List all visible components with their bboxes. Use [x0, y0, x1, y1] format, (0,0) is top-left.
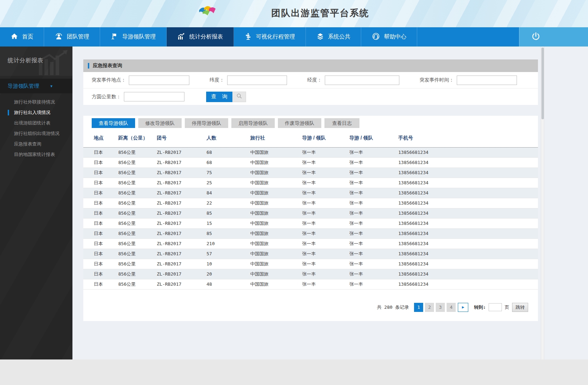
table-cell: 日本 — [83, 279, 118, 289]
table-cell: 张一丰 — [349, 208, 398, 218]
nav-item-label: 团队管理 — [67, 33, 89, 41]
table-cell: ZL-RB2017 — [157, 259, 206, 269]
table-cell: 57 — [206, 249, 250, 259]
sidebar-item-outbound-stats[interactable]: 出境游组团统计表 — [0, 118, 72, 128]
nav-item-system[interactable]: 系统公共 — [306, 27, 361, 47]
latitude-input[interactable] — [227, 76, 287, 85]
search-icon-button[interactable] — [232, 92, 246, 102]
signpost-icon — [244, 33, 252, 42]
table-cell: 13856681234 — [398, 208, 538, 218]
incident-location-label: 突发事件地点： — [92, 77, 126, 83]
table-row: 日本856公里ZL-RB2017210中国国旅张一丰张一丰13856681234 — [83, 238, 538, 249]
table-cell: 68 — [206, 147, 250, 157]
sidebar-item-outreach[interactable]: 旅行社外联接待情况 — [0, 97, 72, 107]
sidebar-item-entry-exit[interactable]: 旅行社出入境情况 — [0, 107, 72, 118]
incident-time-input[interactable] — [457, 76, 517, 85]
next-page-button[interactable]: ▶ — [458, 303, 468, 312]
table-cell: ZL-RB2017 — [157, 279, 206, 289]
headset-icon — [372, 32, 380, 42]
table-cell: 中国国旅 — [250, 178, 302, 188]
table-cell: 68 — [206, 157, 250, 167]
table-cell: 856公里 — [118, 198, 157, 208]
table-cell: ZL-RB2017 — [157, 188, 206, 198]
app-title: 团队出游监管平台系统 — [271, 7, 369, 19]
tab-void-guides[interactable]: 作废导游领队 — [278, 118, 321, 128]
next-arrow-icon: ▶ — [462, 305, 464, 309]
nav-item-team[interactable]: 团队管理 — [44, 27, 100, 47]
table-cell: 日本 — [83, 147, 118, 157]
table-cell: ZL-RB2017 — [157, 269, 206, 279]
sidebar-item-emergency-report[interactable]: 应急报表查询 — [0, 139, 72, 149]
table-cell: 日本 — [83, 269, 118, 279]
page-button-2[interactable]: 2 — [425, 303, 434, 312]
table-cell: 张一丰 — [302, 279, 349, 289]
table-cell: 中国国旅 — [250, 249, 302, 259]
table-cell: 张一丰 — [349, 218, 398, 228]
sidebar-item-destination-stats[interactable]: 目的地国家统计报表 — [0, 149, 72, 160]
nav-spacer — [417, 27, 519, 47]
table-cell: 13856681234 — [398, 228, 538, 238]
logout-power-button[interactable] — [519, 27, 588, 47]
caret-down-icon: ▼ — [50, 84, 53, 88]
layers-icon — [316, 33, 324, 42]
table-cell: 15 — [206, 218, 250, 228]
sidebar-section-guide-mgmt[interactable]: 导游领队管理 ▼ — [0, 79, 72, 93]
incident-location-input[interactable] — [129, 76, 189, 85]
nav-item-guide[interactable]: 导游领队管理 — [100, 27, 167, 47]
table-cell: 张一丰 — [349, 249, 398, 259]
table-cell: 13856681234 — [398, 188, 538, 198]
table-cell: 中国国旅 — [250, 167, 302, 178]
panel-title: 应急报表查询 — [93, 63, 122, 69]
tab-view-logs[interactable]: 查看日志 — [324, 118, 359, 128]
table-cell: 中国国旅 — [250, 259, 302, 269]
search-button[interactable]: 查 询 — [206, 92, 232, 102]
nav-item-label: 导游领队管理 — [122, 33, 156, 41]
table-cell: 日本 — [83, 228, 118, 238]
column-header: 团号 — [157, 129, 206, 147]
nav-item-visual[interactable]: 可视化行程管理 — [234, 27, 306, 47]
table-cell: 13856681234 — [398, 238, 538, 249]
total-records-text: 共 280 条记录 — [377, 304, 409, 311]
form-row-2: 方圆公里数： 查 询 — [83, 88, 538, 105]
table-cell: 13856681234 — [398, 218, 538, 228]
sidebar-item-agency-outbound[interactable]: 旅行社组织出境游情况 — [0, 128, 72, 139]
nav-item-help[interactable]: 帮助中心 — [361, 27, 417, 47]
main-area: 应急报表查询 突发事件地点： 纬度： 经度： 突发事件时间： 方圆公里数： 查 … — [72, 47, 588, 359]
radius-km-input[interactable] — [124, 92, 184, 101]
table-cell: ZL-RB2017 — [157, 167, 206, 178]
page-button-1[interactable]: 1 — [414, 303, 423, 312]
table-cell: 张一丰 — [349, 198, 398, 208]
page-buttons: 1234 — [412, 303, 456, 312]
table-cell: ZL-RB2017 — [157, 218, 206, 228]
page-button-3[interactable]: 3 — [436, 303, 445, 312]
tab-edit-guides[interactable]: 修改导游领队 — [138, 118, 182, 128]
table-row: 日本856公里ZL-RB201715中国国旅张一丰张一丰13856681234 — [83, 218, 538, 228]
column-header: 导游 / 领队 — [349, 129, 398, 147]
jump-button[interactable]: 跳转 — [512, 303, 528, 312]
table-cell: 20 — [206, 269, 250, 279]
tab-view-guides[interactable]: 查看导游领队 — [92, 118, 135, 128]
table-cell: 张一丰 — [302, 228, 349, 238]
table-cell: 中国国旅 — [250, 157, 302, 167]
home-icon — [10, 33, 18, 42]
latitude-label: 纬度： — [210, 77, 224, 83]
table-cell: 13856681234 — [398, 178, 538, 188]
table-cell: 张一丰 — [302, 178, 349, 188]
table-row: 日本856公里ZL-RB201784中国国旅张一丰张一丰13856681234 — [83, 188, 538, 198]
nav-item-label: 统计分析报表 — [189, 33, 223, 41]
table-cell: 张一丰 — [302, 167, 349, 178]
longitude-input[interactable] — [325, 76, 399, 85]
table-cell: ZL-RB2017 — [157, 238, 206, 249]
nav-item-stats[interactable]: 统计分析报表 — [167, 27, 234, 47]
goto-page-input[interactable] — [489, 303, 502, 311]
tab-enable-guides[interactable]: 启用导游领队 — [231, 118, 275, 128]
magnifier-icon — [236, 93, 242, 100]
nav-item-home[interactable]: 首页 — [0, 27, 44, 47]
vertical-scrollbar-track[interactable] — [541, 47, 544, 359]
page-button-4[interactable]: 4 — [447, 303, 456, 312]
vertical-scrollbar-thumb[interactable] — [541, 48, 544, 119]
table-cell: 张一丰 — [302, 269, 349, 279]
table-cell: 25 — [206, 178, 250, 188]
tab-suspend-guides[interactable]: 停用导游领队 — [185, 118, 228, 128]
table-cell: 85 — [206, 208, 250, 218]
